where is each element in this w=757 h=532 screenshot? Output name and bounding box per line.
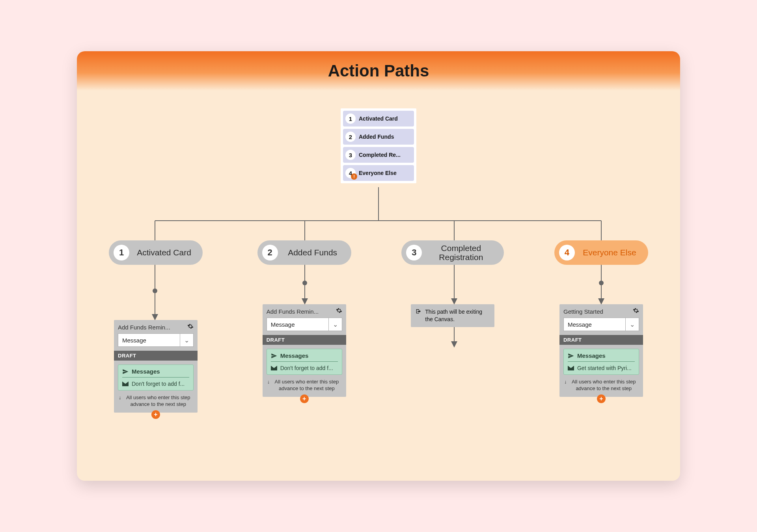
mail-icon: [568, 366, 574, 370]
source-node[interactable]: 1 Activated Card 2 Added Funds 3 Complet…: [341, 108, 416, 183]
source-label-2: Added Funds: [359, 134, 394, 140]
messages-header: Messages: [271, 352, 338, 362]
card-title: Add Funds Remin...: [267, 308, 319, 315]
draft-bar: DRAFT: [263, 335, 346, 345]
add-step-button[interactable]: +: [151, 410, 160, 419]
chevron-down-icon: ⌄: [625, 318, 639, 331]
step-type-select[interactable]: Message ⌄: [267, 318, 342, 331]
card-head: Add Funds Remin...: [114, 320, 198, 333]
path-column-2: 2 Added Funds Add Funds Remin... Message…: [253, 240, 356, 419]
advance-note: ↓ All users who enter this step advance …: [559, 379, 643, 397]
arrow-down-icon: ↓: [564, 379, 567, 392]
gear-icon[interactable]: [187, 323, 194, 331]
draft-bar: DRAFT: [559, 335, 643, 345]
paths-row: 1 Activated Card Add Funds Remin... Mess…: [77, 240, 680, 419]
source-row-1[interactable]: 1 Activated Card: [343, 111, 414, 126]
select-value: Message: [564, 321, 625, 328]
source-num-2: 2: [345, 132, 356, 142]
source-num-4: 4 !: [345, 168, 356, 178]
source-row-2[interactable]: 2 Added Funds: [343, 129, 414, 145]
gear-icon[interactable]: [336, 307, 342, 315]
arrow-down-icon: ↓: [119, 394, 121, 408]
step-card-2[interactable]: Add Funds Remin... Message ⌄ DRAFT Mess: [263, 304, 346, 397]
pill-num: 1: [114, 245, 129, 260]
source-row-4[interactable]: 4 ! Everyone Else: [343, 165, 414, 181]
pill-label: Everyone Else: [580, 248, 639, 257]
path-pill-activated-card[interactable]: 1 Activated Card: [109, 240, 203, 265]
message-preview: Get started with Pyri...: [568, 362, 635, 371]
exit-text: This path will be exiting the Canvas.: [425, 308, 490, 323]
path-pill-everyone-else[interactable]: 4 Everyone Else: [554, 240, 648, 265]
pill-num: 3: [406, 245, 422, 260]
pill-label: Added Funds: [283, 248, 342, 257]
canvas: 1 Activated Card 2 Added Funds 3 Complet…: [77, 91, 680, 481]
card-head: Getting Started: [559, 304, 643, 318]
pill-label: Completed Registration: [427, 244, 494, 262]
advance-note: ↓ All users who enter this step advance …: [263, 379, 346, 397]
action-paths-panel: Action Paths: [77, 51, 680, 481]
message-preview: Don't forget to add f...: [271, 362, 338, 371]
messages-header: Messages: [568, 352, 635, 362]
message-preview: Don't forget to add f...: [122, 378, 189, 387]
card-head: Add Funds Remin...: [263, 304, 346, 318]
gear-icon[interactable]: [633, 307, 639, 315]
card-title: Getting Started: [563, 308, 603, 315]
message-block[interactable]: Messages Don't forget to add f...: [267, 349, 342, 375]
path-column-1: 1 Activated Card Add Funds Remin... Mess…: [104, 240, 207, 419]
source-num-1: 1: [345, 113, 356, 124]
advance-note: ↓ All users who enter this step advance …: [114, 394, 198, 413]
pill-label: Activated Card: [135, 248, 193, 257]
source-label-1: Activated Card: [359, 115, 398, 122]
step-type-select[interactable]: Message ⌄: [118, 333, 194, 347]
pill-num: 2: [262, 245, 278, 260]
mail-icon: [122, 381, 129, 386]
message-block[interactable]: Messages Get started with Pyri...: [563, 349, 639, 375]
source-row-3[interactable]: 3 Completed Re...: [343, 147, 414, 163]
path-pill-added-funds[interactable]: 2 Added Funds: [257, 240, 351, 265]
source-label-4: Everyone Else: [359, 170, 397, 176]
card-title: Add Funds Remin...: [118, 324, 170, 331]
exit-card[interactable]: This path will be exiting the Canvas.: [411, 304, 494, 327]
source-num-3: 3: [345, 150, 356, 160]
add-step-button[interactable]: +: [597, 394, 606, 403]
path-column-3: 3 Completed Registration This path will …: [401, 240, 504, 419]
step-card-1[interactable]: Add Funds Remin... Message ⌄ DRAFT Mess: [114, 320, 198, 413]
message-block[interactable]: Messages Don't forget to add f...: [118, 365, 194, 391]
warning-icon: !: [351, 173, 357, 180]
source-label-3: Completed Re...: [359, 152, 401, 158]
step-type-select[interactable]: Message ⌄: [563, 318, 639, 331]
panel-title: Action Paths: [328, 61, 429, 80]
path-pill-completed-registration[interactable]: 3 Completed Registration: [401, 240, 504, 265]
select-value: Message: [118, 337, 180, 344]
mail-icon: [271, 366, 277, 370]
step-card-4[interactable]: Getting Started Message ⌄ DRAFT Message: [559, 304, 643, 397]
draft-bar: DRAFT: [114, 351, 198, 361]
add-step-button[interactable]: +: [300, 394, 309, 403]
select-value: Message: [267, 321, 328, 328]
path-column-4: 4 Everyone Else Getting Started Message …: [550, 240, 653, 419]
messages-header: Messages: [122, 368, 189, 378]
arrow-down-icon: ↓: [267, 379, 270, 392]
pill-num: 4: [559, 245, 575, 260]
chevron-down-icon: ⌄: [180, 334, 193, 346]
send-icon: [271, 353, 277, 359]
send-icon: [568, 353, 574, 359]
panel-header: Action Paths: [77, 51, 680, 91]
chevron-down-icon: ⌄: [328, 318, 342, 331]
send-icon: [122, 368, 129, 375]
exit-icon: [416, 308, 421, 316]
